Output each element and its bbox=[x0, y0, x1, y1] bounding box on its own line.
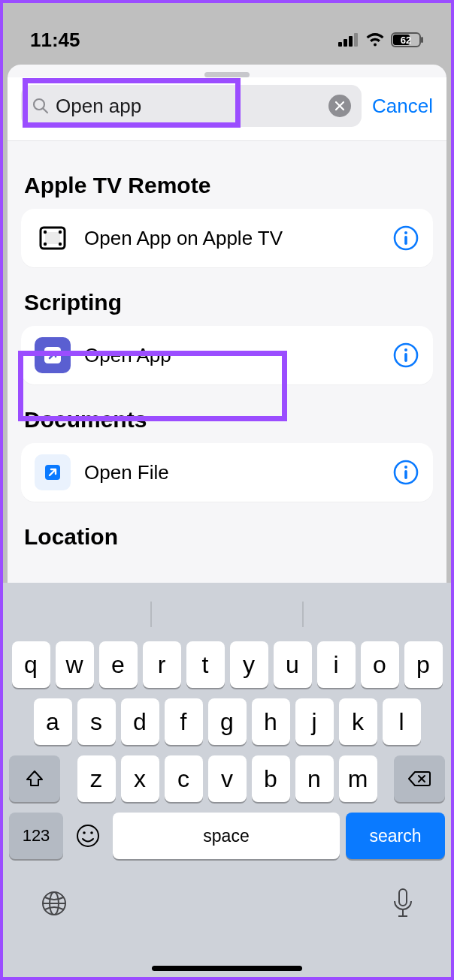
key-o[interactable]: o bbox=[361, 641, 399, 688]
svg-point-15 bbox=[59, 243, 62, 246]
key-emoji[interactable] bbox=[69, 813, 107, 859]
key-r[interactable]: r bbox=[143, 641, 181, 688]
action-open-app-apple-tv[interactable]: Open App on Apple TV bbox=[21, 209, 433, 267]
action-open-file[interactable]: Open File bbox=[21, 443, 433, 502]
key-v[interactable]: v bbox=[208, 755, 247, 802]
key-e[interactable]: e bbox=[99, 641, 138, 688]
close-icon bbox=[334, 101, 345, 111]
action-label: Open App on Apple TV bbox=[84, 227, 379, 250]
key-q[interactable]: q bbox=[12, 641, 50, 688]
key-d[interactable]: d bbox=[121, 698, 159, 745]
svg-text:62: 62 bbox=[401, 35, 411, 46]
file-arrow-icon bbox=[35, 454, 71, 490]
sheet-grabber[interactable] bbox=[204, 72, 250, 77]
key-a[interactable]: a bbox=[34, 698, 72, 745]
action-open-app[interactable]: Open App bbox=[21, 326, 433, 384]
svg-rect-11 bbox=[45, 232, 60, 244]
svg-point-25 bbox=[404, 466, 407, 469]
svg-rect-22 bbox=[404, 353, 407, 362]
action-label: Open File bbox=[84, 461, 379, 484]
search-row: Cancel bbox=[8, 77, 446, 141]
svg-rect-1 bbox=[344, 39, 347, 47]
shortcut-arrow-icon bbox=[35, 337, 71, 373]
key-n[interactable]: n bbox=[295, 755, 334, 802]
key-f[interactable]: f bbox=[165, 698, 203, 745]
svg-rect-26 bbox=[404, 470, 407, 479]
key-space[interactable]: space bbox=[113, 813, 340, 859]
svg-point-21 bbox=[404, 348, 407, 351]
svg-point-14 bbox=[44, 243, 47, 246]
key-b[interactable]: b bbox=[252, 755, 290, 802]
key-m[interactable]: m bbox=[339, 755, 377, 802]
key-j[interactable]: j bbox=[295, 698, 334, 745]
search-input[interactable] bbox=[56, 85, 328, 127]
keyboard-candidates bbox=[3, 592, 451, 637]
key-search[interactable]: search bbox=[346, 813, 445, 859]
key-u[interactable]: u bbox=[274, 641, 312, 688]
svg-rect-18 bbox=[404, 236, 407, 245]
svg-rect-2 bbox=[349, 36, 353, 47]
results-list: Apple TV Remote Open App on Apple TV Scr… bbox=[8, 141, 446, 550]
shift-icon bbox=[25, 769, 44, 789]
keyboard-bottom bbox=[3, 870, 451, 919]
emoji-icon bbox=[74, 822, 101, 849]
cancel-button[interactable]: Cancel bbox=[372, 95, 433, 118]
clear-button[interactable] bbox=[328, 95, 351, 117]
section-title: Scripting bbox=[24, 290, 433, 315]
key-x[interactable]: x bbox=[121, 755, 159, 802]
svg-point-17 bbox=[404, 231, 407, 234]
info-icon[interactable] bbox=[392, 225, 419, 252]
key-backspace[interactable] bbox=[394, 755, 445, 802]
key-c[interactable]: c bbox=[165, 755, 203, 802]
svg-rect-0 bbox=[338, 42, 342, 47]
svg-line-9 bbox=[44, 109, 48, 113]
keyboard-row: 123 space search bbox=[8, 813, 446, 859]
svg-point-12 bbox=[44, 231, 47, 234]
key-w[interactable]: w bbox=[56, 641, 94, 688]
mic-icon[interactable] bbox=[391, 888, 415, 919]
divider bbox=[302, 602, 304, 627]
svg-rect-33 bbox=[399, 889, 407, 906]
info-icon[interactable] bbox=[392, 342, 419, 369]
section-title: Location bbox=[24, 524, 433, 550]
key-s[interactable]: s bbox=[77, 698, 116, 745]
key-h[interactable]: h bbox=[252, 698, 290, 745]
search-icon bbox=[32, 97, 50, 115]
svg-rect-3 bbox=[354, 33, 358, 47]
svg-point-29 bbox=[90, 831, 93, 834]
tv-frame-icon bbox=[35, 220, 71, 256]
keyboard-row: a s d f g h j k l bbox=[8, 698, 446, 745]
search-field[interactable] bbox=[21, 85, 362, 127]
keyboard: q w e r t y u i o p a s d f g h j k l bbox=[3, 583, 451, 977]
key-i[interactable]: i bbox=[317, 641, 356, 688]
home-indicator[interactable] bbox=[152, 966, 302, 971]
key-t[interactable]: t bbox=[186, 641, 225, 688]
svg-point-28 bbox=[83, 831, 86, 834]
key-y[interactable]: y bbox=[230, 641, 268, 688]
keyboard-row: z x c v b n m bbox=[8, 755, 446, 802]
section-title: Apple TV Remote bbox=[24, 173, 433, 198]
cellular-icon bbox=[338, 33, 359, 47]
key-p[interactable]: p bbox=[404, 641, 443, 688]
battery-icon: 62 bbox=[391, 32, 424, 47]
backspace-icon bbox=[407, 770, 431, 788]
keyboard-row: q w e r t y u i o p bbox=[8, 641, 446, 688]
divider bbox=[150, 602, 152, 627]
svg-rect-5 bbox=[421, 37, 423, 43]
status-time: 11:45 bbox=[30, 29, 80, 52]
globe-icon[interactable] bbox=[39, 888, 69, 918]
svg-point-13 bbox=[59, 231, 62, 234]
status-right: 62 bbox=[338, 32, 424, 47]
wifi-icon bbox=[365, 33, 385, 47]
svg-point-27 bbox=[77, 825, 98, 846]
section-title: Documents bbox=[24, 407, 433, 433]
key-z[interactable]: z bbox=[77, 755, 116, 802]
info-icon[interactable] bbox=[392, 459, 419, 486]
key-l[interactable]: l bbox=[383, 698, 421, 745]
action-label: Open App bbox=[84, 344, 379, 367]
key-shift[interactable] bbox=[9, 755, 60, 802]
key-k[interactable]: k bbox=[339, 698, 377, 745]
key-numbers[interactable]: 123 bbox=[9, 813, 63, 859]
status-bar: 11:45 62 bbox=[3, 3, 451, 62]
key-g[interactable]: g bbox=[208, 698, 247, 745]
